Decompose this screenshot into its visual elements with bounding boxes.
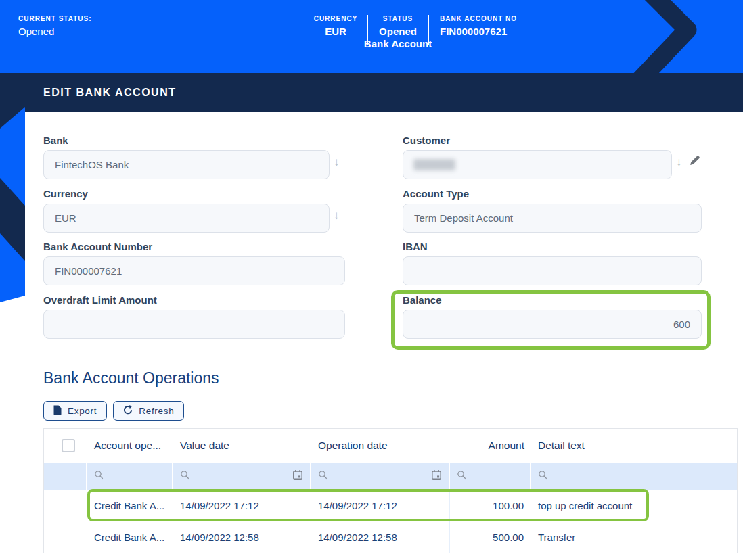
cell-account-operation: Credit Bank A...	[87, 521, 173, 553]
search-icon	[180, 470, 190, 483]
refresh-icon	[123, 405, 133, 417]
overdraft-field-group: Overdraft Limit Amount	[43, 294, 345, 339]
overdraft-label: Overdraft Limit Amount	[43, 294, 345, 306]
customer-label: Customer	[403, 135, 672, 146]
account-no-label: BANK ACCOUNT NO	[440, 15, 517, 22]
balance-field-group: Balance 600	[403, 294, 702, 339]
balance-label: Balance	[403, 294, 702, 306]
current-status-value: Opened	[18, 26, 92, 37]
cell-value-date: 14/09/2022 17:12	[173, 490, 311, 521]
dropdown-arrow-icon[interactable]: ↓	[676, 156, 682, 168]
calendar-icon[interactable]	[431, 469, 442, 483]
filter-detail-text-input[interactable]	[531, 463, 737, 490]
column-header-detail-text[interactable]: Detail text	[531, 440, 737, 452]
account-no-value: FIN000007621	[440, 26, 507, 37]
status-label: STATUS	[383, 15, 413, 22]
refresh-button-label: Refresh	[139, 406, 174, 416]
table-row[interactable]: Credit Bank A... 14/09/2022 17:12 14/09/…	[44, 490, 737, 521]
row-checkbox-cell	[44, 521, 87, 553]
cell-detail-text: Transfer	[531, 521, 737, 553]
search-icon	[538, 470, 548, 483]
row-checkbox-cell	[44, 490, 87, 521]
account-type-field[interactable]: Term Deposit Account	[403, 204, 702, 233]
overdraft-field[interactable]	[43, 310, 345, 339]
column-header-account-operation[interactable]: Account ope...	[87, 440, 173, 452]
dropdown-arrow-icon[interactable]: ↓	[334, 210, 340, 221]
account-type-field-group: Account Type Term Deposit Account	[403, 188, 702, 233]
cell-operation-date: 14/09/2022 17:12	[311, 490, 450, 521]
balance-value: 600	[673, 319, 690, 330]
account-type-value: Term Deposit Account	[414, 212, 513, 224]
edit-bank-account-page: CURRENT STATUS: Opened CURRENCY EUR STAT…	[0, 0, 743, 560]
search-icon	[94, 470, 104, 483]
filter-operation-date-input[interactable]	[311, 463, 450, 490]
cell-amount: 500.00	[450, 521, 531, 553]
column-header-operation-date[interactable]: Operation date	[311, 440, 450, 452]
cell-detail-text: top up credit account	[531, 490, 737, 521]
iban-field[interactable]	[403, 256, 702, 285]
filter-amount-input[interactable]	[450, 463, 531, 490]
table-filter-row	[44, 463, 737, 490]
left-stripe-decoration	[0, 73, 25, 306]
cell-amount: 100.00	[450, 490, 531, 521]
cell-operation-date: 14/09/2022 12:58	[311, 521, 450, 553]
dropdown-arrow-icon[interactable]: ↓	[334, 156, 340, 168]
bank-label: Bank	[43, 135, 330, 146]
edit-bank-account-bar: EDIT BANK ACCOUNT	[24, 73, 743, 112]
chevron-decoration-icon	[628, 0, 706, 73]
customer-field[interactable]: ↓	[403, 150, 672, 179]
select-all-checkbox[interactable]	[62, 439, 75, 452]
bank-field-group: Bank FintechOS Bank ↓	[43, 135, 330, 179]
table-header-row: Account ope... Value date Operation date…	[44, 429, 737, 463]
bank-field[interactable]: FintechOS Bank ↓	[43, 150, 330, 179]
currency-value: EUR	[325, 26, 346, 37]
search-icon	[318, 470, 328, 483]
operations-table: Account ope... Value date Operation date…	[43, 428, 738, 553]
section-title: Bank Account Operations	[43, 369, 219, 388]
refresh-button[interactable]: Refresh	[113, 401, 184, 421]
filter-cell-checkbox	[44, 463, 87, 490]
calendar-icon[interactable]	[292, 469, 303, 483]
table-body: Credit Bank A... 14/09/2022 17:12 14/09/…	[44, 490, 737, 553]
currency-label: CURRENCY	[314, 15, 358, 22]
currency-field-group: Currency EUR ↓	[43, 188, 330, 233]
status-value-line2: Bank Account	[364, 38, 432, 49]
current-status-block: CURRENT STATUS: Opened	[18, 15, 92, 37]
iban-field-group: IBAN	[403, 241, 702, 285]
currency-label: Currency	[43, 188, 330, 200]
balance-field[interactable]: 600	[403, 310, 702, 339]
export-button[interactable]: Export	[43, 401, 107, 421]
page-title: EDIT BANK ACCOUNT	[43, 87, 176, 99]
account-type-label: Account Type	[403, 188, 702, 200]
column-header-value-date[interactable]: Value date	[173, 440, 311, 452]
cell-account-operation: Credit Bank A...	[87, 490, 173, 521]
summary-currency: CURRENCY EUR	[305, 15, 367, 37]
customer-value-redacted	[413, 159, 455, 170]
table-row[interactable]: Credit Bank A... 14/09/2022 12:58 14/09/…	[44, 521, 737, 553]
bank-account-number-field-group: Bank Account Number FIN000007621	[43, 241, 345, 285]
account-summary: CURRENCY EUR STATUS Opened Bank Account …	[305, 15, 517, 49]
bank-account-number-value: FIN000007621	[55, 265, 122, 277]
bank-value: FintechOS Bank	[55, 159, 129, 170]
operations-toolbar: Export Refresh	[43, 401, 184, 421]
status-value-line1: Opened	[379, 26, 417, 37]
currency-field[interactable]: EUR ↓	[43, 204, 330, 233]
bank-account-number-label: Bank Account Number	[43, 241, 345, 252]
filter-account-operation-input[interactable]	[87, 463, 173, 490]
summary-status: STATUS Opened Bank Account	[368, 15, 428, 49]
export-file-icon	[53, 405, 62, 417]
search-icon	[457, 470, 467, 483]
select-all-cell	[44, 439, 87, 452]
currency-value: EUR	[55, 212, 76, 224]
filter-value-date-input[interactable]	[173, 463, 311, 490]
export-button-label: Export	[68, 406, 97, 416]
summary-account-no: BANK ACCOUNT NO FIN000007621	[429, 15, 517, 37]
iban-label: IBAN	[403, 241, 702, 252]
current-status-label: CURRENT STATUS:	[18, 15, 92, 22]
edit-pencil-icon[interactable]	[689, 155, 700, 169]
column-header-amount[interactable]: Amount	[450, 440, 531, 452]
customer-field-group: Customer ↓	[403, 135, 672, 179]
status-header: CURRENT STATUS: Opened CURRENCY EUR STAT…	[0, 0, 743, 73]
cell-value-date: 14/09/2022 12:58	[173, 521, 311, 553]
bank-account-number-field[interactable]: FIN000007621	[43, 256, 345, 285]
